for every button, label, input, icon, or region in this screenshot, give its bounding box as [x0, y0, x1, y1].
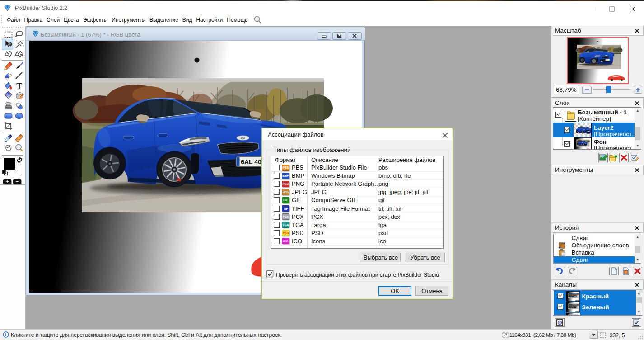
svg-text:6AL 40: 6AL 40 — [241, 158, 261, 165]
svg-text:T: T — [16, 81, 22, 91]
svg-text:KIA: KIA — [241, 137, 245, 140]
